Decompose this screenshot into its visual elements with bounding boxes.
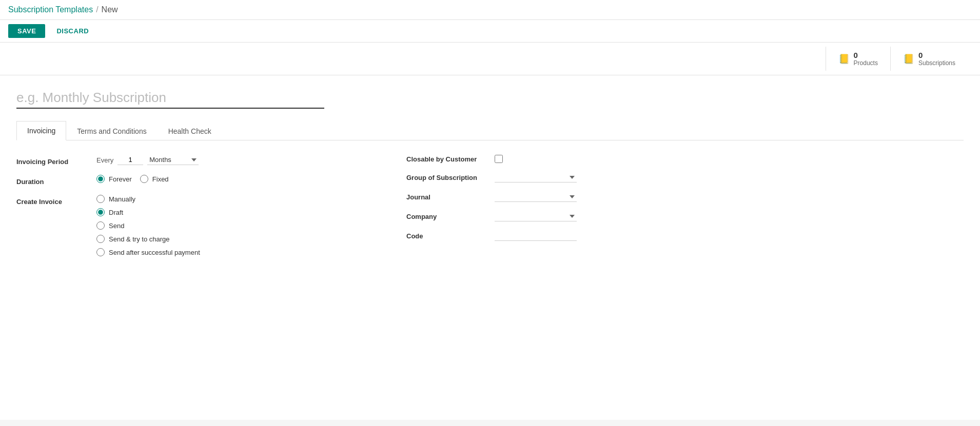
- invoice-draft-radio[interactable]: [96, 208, 105, 216]
- company-row: Company: [406, 211, 612, 221]
- products-stat-button[interactable]: 📒 0 Products: [826, 47, 890, 71]
- breadcrumb: Subscription Templates / New: [8, 5, 118, 14]
- journal-label: Journal: [406, 193, 488, 201]
- invoice-draft-label: Draft: [109, 209, 123, 216]
- closable-by-customer-label: Closable by Customer: [406, 155, 488, 163]
- code-label: Code: [406, 232, 488, 240]
- duration-fixed-option[interactable]: Fixed: [140, 175, 169, 183]
- products-label: Products: [854, 59, 878, 67]
- period-row: Every Months Days Weeks Years: [96, 155, 199, 165]
- invoice-send-after-payment-radio[interactable]: [96, 248, 105, 256]
- form-area: Invoicing Terms and Conditions Health Ch…: [0, 75, 980, 420]
- breadcrumb-link[interactable]: Subscription Templates: [8, 5, 93, 14]
- subscriptions-count: 0: [918, 51, 923, 59]
- stat-buttons-row: 📒 0 Products 📒 0 Subscriptions: [0, 43, 980, 75]
- create-invoice-radio-group: Manually Draft Send: [96, 195, 200, 256]
- invoice-draft-option[interactable]: Draft: [96, 208, 200, 216]
- duration-fixed-label: Fixed: [152, 175, 169, 183]
- subscriptions-icon: 📒: [903, 53, 914, 65]
- breadcrumb-bar: Subscription Templates / New: [0, 0, 980, 20]
- invoice-send-after-payment-option[interactable]: Send after successful payment: [96, 248, 200, 256]
- products-count: 0: [854, 51, 858, 59]
- form-left-column: Invoicing Period Every Months Days Weeks…: [16, 155, 376, 266]
- company-select[interactable]: [495, 211, 577, 221]
- invoice-manually-label: Manually: [109, 195, 135, 203]
- invoice-manually-option[interactable]: Manually: [96, 195, 200, 203]
- invoice-send-try-charge-radio[interactable]: [96, 235, 105, 243]
- journal-row: Journal: [406, 192, 612, 202]
- invoice-send-label: Send: [109, 222, 124, 230]
- discard-button[interactable]: DISCARD: [49, 24, 96, 38]
- code-input[interactable]: [495, 231, 577, 241]
- closable-by-customer-checkbox[interactable]: [495, 155, 503, 163]
- products-icon: 📒: [838, 53, 850, 65]
- create-invoice-row: Create Invoice Manually Draft: [16, 195, 376, 256]
- invoice-manually-radio[interactable]: [96, 195, 105, 203]
- duration-forever-radio[interactable]: [96, 175, 105, 183]
- group-of-subscription-row: Group of Subscription: [406, 172, 612, 182]
- duration-forever-option[interactable]: Forever: [96, 175, 132, 183]
- create-invoice-label: Create Invoice: [16, 195, 88, 206]
- invoice-send-try-charge-label: Send & try to charge: [109, 235, 170, 243]
- closable-by-customer-row: Closable by Customer: [406, 155, 612, 163]
- period-number-input[interactable]: [117, 155, 143, 165]
- invoice-send-radio[interactable]: [96, 221, 105, 230]
- tab-health-check[interactable]: Health Check: [158, 121, 222, 140]
- tab-terms[interactable]: Terms and Conditions: [66, 121, 157, 140]
- content-wrapper: 📒 0 Products 📒 0 Subscriptions Invoicing…: [0, 43, 980, 420]
- invoicing-period-label: Invoicing Period: [16, 155, 88, 166]
- invoicing-period-row: Invoicing Period Every Months Days Weeks…: [16, 155, 376, 166]
- invoice-send-after-payment-label: Send after successful payment: [109, 249, 200, 256]
- duration-forever-label: Forever: [109, 175, 132, 183]
- form-right-column: Closable by Customer Group of Subscripti…: [406, 155, 612, 266]
- duration-row: Duration Forever Fixed: [16, 175, 376, 186]
- duration-radio-group: Forever Fixed: [96, 175, 169, 183]
- duration-label: Duration: [16, 175, 88, 186]
- company-label: Company: [406, 213, 488, 220]
- invoice-send-option[interactable]: Send: [96, 221, 200, 230]
- action-bar: SAVE DISCARD: [0, 20, 980, 43]
- tab-invoicing[interactable]: Invoicing: [16, 121, 66, 140]
- group-of-subscription-label: Group of Subscription: [406, 174, 488, 181]
- every-label: Every: [96, 156, 113, 164]
- period-unit-select[interactable]: Months Days Weeks Years: [147, 155, 199, 165]
- invoice-send-try-charge-option[interactable]: Send & try to charge: [96, 235, 200, 243]
- code-row: Code: [406, 231, 612, 241]
- breadcrumb-current: New: [102, 5, 118, 14]
- invoicing-tab-content: Invoicing Period Every Months Days Weeks…: [16, 155, 964, 266]
- save-button[interactable]: SAVE: [8, 24, 45, 38]
- template-name-input[interactable]: [16, 88, 324, 109]
- breadcrumb-separator: /: [96, 5, 98, 14]
- tab-bar: Invoicing Terms and Conditions Health Ch…: [16, 121, 964, 140]
- group-of-subscription-select[interactable]: [495, 172, 577, 182]
- duration-fixed-radio[interactable]: [140, 175, 148, 183]
- subscriptions-stat-button[interactable]: 📒 0 Subscriptions: [890, 47, 968, 71]
- journal-select[interactable]: [495, 192, 577, 202]
- subscriptions-label: Subscriptions: [918, 59, 955, 67]
